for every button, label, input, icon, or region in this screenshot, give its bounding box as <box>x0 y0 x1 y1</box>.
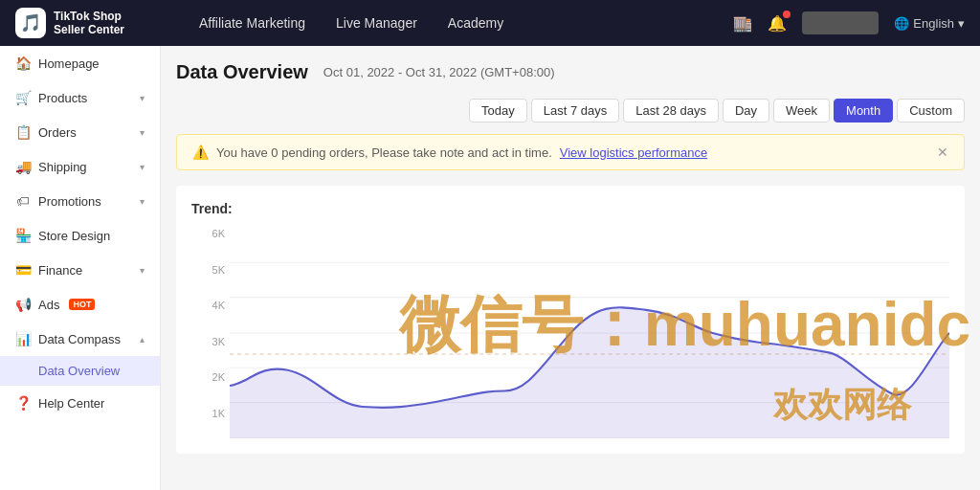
nav-live-manager[interactable]: Live Manager <box>336 11 417 34</box>
chevron-down-icon-promotions: ▾ <box>140 196 145 207</box>
sidebar-item-shipping[interactable]: 🚚 Shipping ▾ <box>0 149 160 184</box>
help-center-icon: ❓ <box>15 395 31 411</box>
overview-header: Data Overview Oct 01, 2022 - Oct 31, 202… <box>176 61 965 122</box>
sidebar-label-finance: Finance <box>38 263 82 278</box>
homepage-icon: 🏠 <box>15 56 31 71</box>
trend-chart <box>230 228 949 438</box>
filter-day[interactable]: Day <box>723 99 769 122</box>
sidebar-item-store-design[interactable]: 🏪 Store Design <box>0 218 160 253</box>
nav-links: Affiliate Marketing Live Manager Academy <box>199 11 702 34</box>
chart-container: 1K 2K 3K 4K 5K 6K <box>191 228 949 438</box>
data-compass-icon: 📊 <box>15 331 31 346</box>
sidebar-label-products: Products <box>38 91 87 105</box>
sidebar-label-data-compass: Data Compass <box>38 332 121 346</box>
y-label-1k: 1K <box>191 408 225 419</box>
shop-icon[interactable]: 🏬 <box>733 14 752 33</box>
sidebar-label-store-design: Store Design <box>38 229 110 243</box>
language-selector[interactable]: 🌐 English ▾ <box>894 16 965 31</box>
sidebar-label-ads: Ads <box>38 298 59 312</box>
chevron-down-icon-shipping: ▾ <box>140 162 145 172</box>
y-label-5k: 5K <box>191 264 225 276</box>
sidebar: 🏠 Homepage 🛒 Products ▾ 📋 Orders ▾ 🚚 Shi… <box>0 46 161 490</box>
chevron-up-icon-data-compass: ▴ <box>140 334 145 345</box>
sidebar-label-homepage: Homepage <box>38 56 100 71</box>
sidebar-item-ads[interactable]: 📢 Ads HOT <box>0 287 160 322</box>
notification-icon[interactable]: 🔔 <box>768 14 787 33</box>
warning-icon: ⚠️ <box>192 145 209 160</box>
nav-academy[interactable]: Academy <box>448 11 503 34</box>
avatar[interactable] <box>802 11 879 34</box>
finance-icon: 💳 <box>15 262 31 278</box>
store-design-icon: 🏪 <box>15 228 31 243</box>
hot-badge: HOT <box>69 299 95 310</box>
chart-section: Trend: 1K 2K 3K 4K 5K 6K <box>176 186 965 454</box>
filter-last7[interactable]: Last 7 days <box>531 99 620 122</box>
page-title: Data Overview <box>176 61 308 83</box>
nav-affiliate-marketing[interactable]: Affiliate Marketing <box>199 11 305 34</box>
main-layout: 🏠 Homepage 🛒 Products ▾ 📋 Orders ▾ 🚚 Shi… <box>0 46 980 490</box>
sidebar-label-help-center: Help Center <box>38 396 104 411</box>
chevron-down-icon-orders: ▾ <box>140 127 145 138</box>
y-label-4k: 4K <box>191 300 225 311</box>
logo-subtitle: Seller Center <box>54 23 124 36</box>
orders-icon: 📋 <box>15 124 31 140</box>
main-content: Data Overview Oct 01, 2022 - Oct 31, 202… <box>161 46 980 490</box>
y-axis-labels: 1K 2K 3K 4K 5K 6K <box>191 228 225 419</box>
top-navigation: 🎵 TikTok Shop Seller Center Affiliate Ma… <box>0 0 980 46</box>
logo-title: TikTok Shop <box>54 10 124 23</box>
y-label-6k: 6K <box>191 228 225 239</box>
filter-custom[interactable]: Custom <box>897 99 965 122</box>
filter-month[interactable]: Month <box>834 99 893 122</box>
sidebar-sub-item-data-overview[interactable]: Data Overview <box>0 356 160 386</box>
sidebar-item-finance[interactable]: 💳 Finance ▾ <box>0 253 160 287</box>
language-label: English <box>913 16 954 31</box>
tiktok-icon: 🎵 <box>15 8 46 38</box>
logo[interactable]: 🎵 TikTok Shop Seller Center <box>15 8 168 38</box>
sidebar-item-homepage[interactable]: 🏠 Homepage <box>0 46 160 80</box>
sidebar-item-help-center[interactable]: ❓ Help Center <box>0 386 160 420</box>
chevron-down-icon: ▾ <box>140 93 145 103</box>
y-label-3k: 3K <box>191 336 225 347</box>
chevron-down-icon-finance: ▾ <box>140 265 145 276</box>
sidebar-label-data-overview: Data Overview <box>38 364 120 378</box>
time-filters: Today Last 7 days Last 28 days Day Week … <box>469 99 965 122</box>
chart-title: Trend: <box>191 201 949 216</box>
sidebar-label-orders: Orders <box>38 125 77 140</box>
shipping-icon: 🚚 <box>15 159 31 174</box>
sidebar-item-promotions[interactable]: 🏷 Promotions ▾ <box>0 184 160 218</box>
notification-badge <box>783 11 791 18</box>
filter-last28[interactable]: Last 28 days <box>623 99 719 122</box>
close-icon[interactable]: ✕ <box>937 145 948 160</box>
sidebar-item-data-compass[interactable]: 📊 Data Compass ▴ <box>0 322 160 356</box>
ads-icon: 📢 <box>15 297 31 312</box>
filter-week[interactable]: Week <box>773 99 830 122</box>
sidebar-label-promotions: Promotions <box>38 194 101 209</box>
sidebar-item-products[interactable]: 🛒 Products ▾ <box>0 80 160 115</box>
sidebar-label-shipping: Shipping <box>38 160 87 174</box>
alert-banner: ⚠️ You have 0 pending orders, Please tak… <box>176 134 965 170</box>
alert-link[interactable]: View logistics performance <box>560 145 707 160</box>
alert-text: You have 0 pending orders, Please take n… <box>216 145 552 160</box>
date-range: Oct 01, 2022 - Oct 31, 2022 (GMT+08:00) <box>323 65 555 79</box>
products-icon: 🛒 <box>15 90 31 105</box>
filter-today[interactable]: Today <box>469 99 527 122</box>
y-label-2k: 2K <box>191 371 225 383</box>
nav-right: 🏬 🔔 🌐 English ▾ <box>733 11 965 34</box>
promotions-icon: 🏷 <box>15 193 31 209</box>
sidebar-item-orders[interactable]: 📋 Orders ▾ <box>0 115 160 149</box>
